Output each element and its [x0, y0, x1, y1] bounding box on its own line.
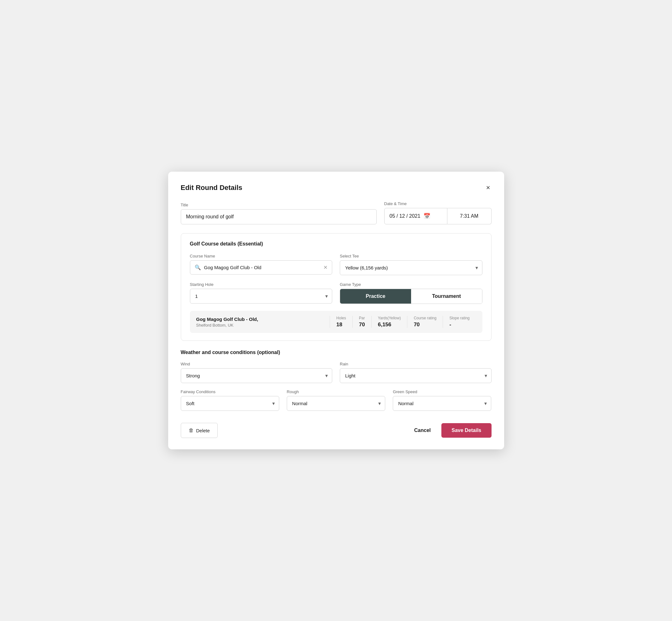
cancel-button[interactable]: Cancel: [411, 423, 434, 438]
title-field-group: Title: [181, 203, 377, 224]
practice-button[interactable]: Practice: [340, 289, 411, 303]
course-info-name-group: Gog Magog Golf Club - Old, Shelford Bott…: [196, 317, 330, 328]
course-rating-value: 70: [414, 322, 420, 328]
rough-dropdown[interactable]: ShortNormalLongVery Long: [287, 396, 385, 411]
starting-hole-group: Starting Hole 1234 5678 910 ▾: [190, 282, 333, 304]
slope-rating-label: Slope rating: [449, 316, 469, 320]
rain-wrap: NoneLightModerateHeavy ▾: [340, 368, 492, 383]
weather-title: Weather and course conditions (optional): [181, 349, 492, 355]
datetime-field-group: Date & Time 05 / 12 / 2021 📅 7:31 AM: [384, 201, 492, 224]
yards-label: Yards(Yellow): [378, 316, 401, 320]
fairway-group: Fairway Conditions DryNormalSoftWet ▾: [181, 389, 279, 411]
footer-right: Cancel Save Details: [411, 423, 492, 438]
fairway-wrap: DryNormalSoftWet ▾: [181, 396, 279, 411]
wind-label: Wind: [181, 362, 333, 366]
wind-group: Wind NoneLightModerateStrongVery Strong …: [181, 362, 333, 383]
course-name-input[interactable]: [204, 265, 321, 270]
par-label: Par: [359, 316, 365, 320]
rain-label: Rain: [340, 362, 492, 366]
time-value: 7:31 AM: [460, 213, 478, 219]
modal-header: Edit Round Details ×: [181, 183, 492, 193]
rough-wrap: ShortNormalLongVery Long ▾: [287, 396, 385, 411]
holes-stat: Holes 18: [330, 316, 352, 328]
delete-button[interactable]: 🗑 Delete: [181, 423, 218, 438]
time-input[interactable]: 7:31 AM: [447, 208, 492, 224]
course-rating-label: Course rating: [414, 316, 436, 320]
yards-value: 6,156: [378, 322, 391, 328]
course-name-group: Course Name 🔍 ✕: [190, 254, 333, 275]
calendar-icon: 📅: [423, 213, 430, 220]
course-info-location: Shelford Bottom, UK: [196, 323, 330, 328]
modal-title: Edit Round Details: [181, 184, 243, 192]
footer-row: 🗑 Delete Cancel Save Details: [181, 420, 492, 438]
game-type-group: Game Type Practice Tournament: [340, 282, 482, 304]
select-tee-wrap: Yellow (6,156 yards) White (6,500 yards)…: [340, 260, 482, 275]
course-rating-stat: Course rating 70: [407, 316, 443, 328]
starting-hole-wrap: 1234 5678 910 ▾: [190, 289, 333, 303]
title-input[interactable]: [181, 209, 377, 224]
starting-hole-dropdown[interactable]: 1234 5678 910: [190, 289, 333, 303]
date-input[interactable]: 05 / 12 / 2021 📅: [384, 208, 447, 224]
green-speed-group: Green Speed SlowNormalFastVery Fast ▾: [393, 389, 491, 411]
weather-section: Weather and course conditions (optional)…: [181, 349, 492, 411]
close-button[interactable]: ×: [485, 183, 492, 193]
wind-rain-row: Wind NoneLightModerateStrongVery Strong …: [181, 362, 492, 383]
top-row: Title Date & Time 05 / 12 / 2021 📅 7:31 …: [181, 201, 492, 224]
wind-wrap: NoneLightModerateStrongVery Strong ▾: [181, 368, 333, 383]
green-speed-label: Green Speed: [393, 389, 491, 394]
game-type-label: Game Type: [340, 282, 482, 287]
fairway-label: Fairway Conditions: [181, 389, 279, 394]
delete-label: Delete: [196, 428, 210, 433]
rain-group: Rain NoneLightModerateHeavy ▾: [340, 362, 492, 383]
rough-label: Rough: [287, 389, 385, 394]
golf-course-section: Golf Course details (Essential) Course N…: [181, 233, 492, 341]
search-icon: 🔍: [195, 264, 201, 271]
green-speed-wrap: SlowNormalFastVery Fast ▾: [393, 396, 491, 411]
holes-value: 18: [336, 322, 342, 328]
starting-hole-label: Starting Hole: [190, 282, 333, 287]
clear-icon[interactable]: ✕: [323, 264, 328, 271]
course-info-bar: Gog Magog Golf Club - Old, Shelford Bott…: [190, 311, 482, 333]
course-info-name: Gog Magog Golf Club - Old,: [196, 317, 330, 322]
save-button[interactable]: Save Details: [442, 423, 491, 438]
slope-rating-value: -: [449, 322, 451, 328]
slope-rating-stat: Slope rating -: [443, 316, 476, 328]
holes-label: Holes: [336, 316, 346, 320]
golf-section-title: Golf Course details (Essential): [190, 241, 482, 247]
trash-icon: 🗑: [189, 427, 194, 433]
par-stat: Par 70: [352, 316, 371, 328]
select-tee-group: Select Tee Yellow (6,156 yards) White (6…: [340, 254, 482, 275]
select-tee-dropdown[interactable]: Yellow (6,156 yards) White (6,500 yards)…: [340, 260, 482, 275]
datetime-group: 05 / 12 / 2021 📅 7:31 AM: [384, 208, 492, 224]
course-name-label: Course Name: [190, 254, 333, 258]
game-type-toggle: Practice Tournament: [340, 289, 482, 304]
hole-gametype-row: Starting Hole 1234 5678 910 ▾ Game Type …: [190, 282, 482, 304]
select-tee-label: Select Tee: [340, 254, 482, 258]
wind-dropdown[interactable]: NoneLightModerateStrongVery Strong: [181, 368, 333, 383]
fairway-dropdown[interactable]: DryNormalSoftWet: [181, 396, 279, 411]
conditions-row: Fairway Conditions DryNormalSoftWet ▾ Ro…: [181, 389, 492, 411]
par-value: 70: [359, 322, 365, 328]
tournament-button[interactable]: Tournament: [411, 289, 482, 303]
course-tee-row: Course Name 🔍 ✕ Select Tee Yellow (6,156…: [190, 254, 482, 275]
datetime-label: Date & Time: [384, 201, 492, 206]
green-speed-dropdown[interactable]: SlowNormalFastVery Fast: [393, 396, 491, 411]
yards-stat: Yards(Yellow) 6,156: [371, 316, 407, 328]
edit-round-modal: Edit Round Details × Title Date & Time 0…: [168, 172, 504, 449]
rain-dropdown[interactable]: NoneLightModerateHeavy: [340, 368, 492, 383]
course-search-wrap: 🔍 ✕: [190, 260, 333, 275]
title-label: Title: [181, 203, 377, 207]
date-value: 05 / 12 / 2021: [390, 213, 421, 219]
rough-group: Rough ShortNormalLongVery Long ▾: [287, 389, 385, 411]
